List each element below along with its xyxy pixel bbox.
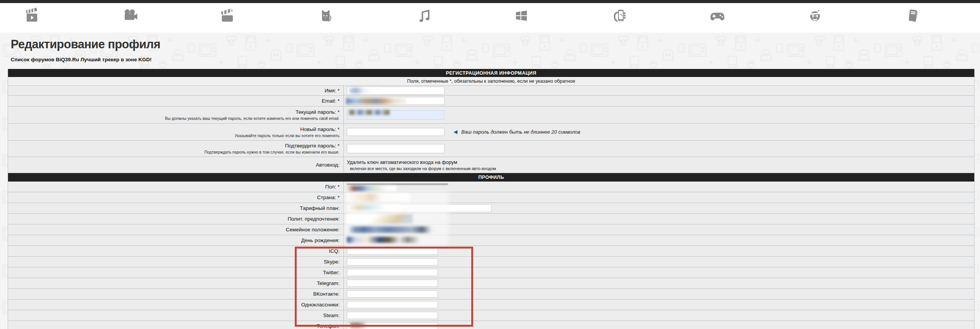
tariff-row: Тарифный план: xyxy=(8,203,974,214)
notebook-icon[interactable] xyxy=(904,7,922,25)
telegram-label: Telegram: xyxy=(317,280,340,286)
new-password-row: Новый пароль: * Указывайте пароль только… xyxy=(8,124,974,141)
clapperboard-icon[interactable] xyxy=(23,7,41,25)
country-label: Страна: * xyxy=(317,195,340,200)
redacted-password-value xyxy=(349,110,390,115)
twitter-label: Twitter: xyxy=(323,270,340,275)
marital-label: Семейное положение: xyxy=(286,227,340,232)
phone-in-hand-icon[interactable] xyxy=(611,7,628,25)
vk-row: ВКонтакте: xyxy=(8,289,974,300)
autologin-row: Автовход: Удалить ключ автоматического в… xyxy=(8,157,974,173)
smiley-headband-icon[interactable] xyxy=(806,7,824,25)
odnoklassniki-row: Одноклассники: xyxy=(8,300,974,310)
video-camera-icon[interactable] xyxy=(121,7,139,25)
redacted-gender-value xyxy=(348,186,397,191)
birthday-label: День рождения: xyxy=(301,237,340,243)
confirm-password-row: Подтвердите пароль: * Подтверждать парол… xyxy=(8,141,974,157)
registration-section-title: РЕГИСТРАЦИОННАЯ ИНФОРМАЦИЯ xyxy=(446,70,536,76)
left-arrow-icon xyxy=(454,130,457,134)
new-password-label: Новый пароль: * xyxy=(300,126,340,132)
icq-label: ICQ: xyxy=(329,248,340,254)
vk-input[interactable] xyxy=(347,290,438,298)
icq-input[interactable] xyxy=(347,247,438,255)
redacted-political-value xyxy=(347,214,413,224)
autologin-label: Автовход: xyxy=(316,162,340,168)
cat-icon[interactable] xyxy=(317,7,335,25)
gender-row: Пол: * xyxy=(8,182,974,192)
delete-autologin-key-link[interactable]: Удалить ключ автоматического входа на фо… xyxy=(347,159,496,165)
birthday-row: День рождения: xyxy=(8,235,974,246)
marital-row: Семейное положение: xyxy=(8,224,974,235)
skype-label: Skype: xyxy=(324,259,340,265)
gamepad-icon[interactable] xyxy=(709,7,726,25)
password-length-note: Ваш пароль должен быть не длиннее 20 сим… xyxy=(454,129,580,135)
odnoklassniki-input[interactable] xyxy=(347,301,438,308)
redacted-marital-value xyxy=(348,226,439,233)
category-icon-bar xyxy=(0,3,980,33)
registration-section-header: РЕГИСТРАЦИОННАЯ ИНФОРМАЦИЯ xyxy=(8,69,974,77)
windows-icon[interactable] xyxy=(513,7,530,25)
phone-row: Телефон: xyxy=(8,321,974,329)
current-password-label: Текущий пароль: * xyxy=(296,109,340,115)
name-label: Имя: * xyxy=(325,88,340,93)
profile-section-header: ПРОФИЛЬ xyxy=(8,173,974,182)
required-fields-note: Поля, отмеченные *, обязательны к заполн… xyxy=(407,79,575,84)
current-password-sublabel: Вы должны указать ваш текущий пароль, ес… xyxy=(165,116,340,121)
film-slate-icon[interactable] xyxy=(219,7,237,25)
required-fields-note-row: Поля, отмеченные *, обязательны к заполн… xyxy=(8,77,974,86)
redacted-gender-bar xyxy=(347,183,448,185)
redacted-phone-value xyxy=(350,322,365,328)
password-length-note-text: Ваш пароль должен быть не длиннее 20 сим… xyxy=(461,129,580,135)
telegram-row: Telegram: xyxy=(8,278,974,289)
skype-input[interactable] xyxy=(347,258,438,265)
tariff-label: Тарифный план: xyxy=(300,205,340,211)
steam-label: Steam: xyxy=(323,313,340,318)
vk-label: ВКонтакте: xyxy=(313,291,340,297)
redacted-birthday-value xyxy=(347,237,420,243)
email-row: Email: * xyxy=(8,96,974,106)
current-password-row: Текущий пароль: * Вы должны указать ваш … xyxy=(8,106,974,124)
telegram-input[interactable] xyxy=(347,280,438,287)
steam-row: Steam: xyxy=(8,310,974,321)
autologin-hint: включая все места, где вы заходили на фо… xyxy=(350,166,496,171)
steam-input[interactable] xyxy=(347,312,438,319)
confirm-password-sublabel: Подтверждать пароль нужно в том случае, … xyxy=(204,150,340,154)
redacted-name-value xyxy=(349,88,382,93)
banner: Редактирование профиля Список форумов Bi… xyxy=(11,38,160,62)
skype-row: Skype: xyxy=(8,257,974,267)
profile-edit-table: РЕГИСТРАЦИОННАЯ ИНФОРМАЦИЯ Поля, отмечен… xyxy=(8,69,975,329)
icq-row: ICQ: xyxy=(8,246,974,257)
confirm-password-input[interactable] xyxy=(347,144,444,153)
confirm-password-label: Подтвердите пароль: * xyxy=(285,143,340,149)
page-subtitle: Список форумов BiQ39.Ru Лучший трекер в … xyxy=(11,57,160,62)
top-strip xyxy=(0,0,980,3)
twitter-row: Twitter: xyxy=(8,267,974,278)
new-password-sublabel: Указывайте пароль только если вы хотите … xyxy=(235,133,340,138)
political-label: Полит. предпочтения: xyxy=(287,216,340,222)
twitter-input[interactable] xyxy=(347,269,438,276)
redacted-email-value xyxy=(346,98,407,104)
page-title: Редактирование профиля xyxy=(11,38,160,51)
odnoklassniki-label: Одноклассники: xyxy=(301,302,340,308)
name-row: Имя: * xyxy=(8,86,974,96)
new-password-input[interactable] xyxy=(347,128,444,136)
profile-section-title: ПРОФИЛЬ xyxy=(478,175,504,180)
political-row: Полит. предпочтения: xyxy=(8,214,974,224)
country-row: Страна: * xyxy=(8,192,974,203)
redacted-country-value xyxy=(347,193,410,201)
gender-label: Пол: * xyxy=(325,184,340,190)
phone-label: Телефон: xyxy=(317,323,340,329)
email-label: Email: * xyxy=(322,98,340,104)
redacted-tariff-value xyxy=(349,205,401,210)
music-notes-icon[interactable] xyxy=(415,7,433,25)
